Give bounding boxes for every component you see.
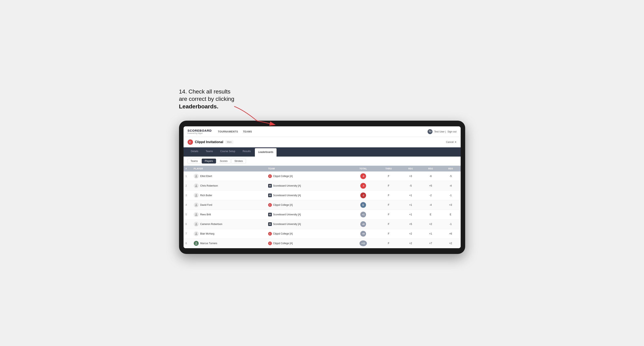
cell-rd3: +2 <box>441 239 461 248</box>
cell-thru: F <box>376 239 400 248</box>
cell-team: Scoreboard University [A] <box>266 210 350 219</box>
svg-point-6 <box>196 223 197 224</box>
cell-rank: 3 <box>184 191 192 200</box>
cell-rd1: +1 <box>400 210 420 219</box>
cell-thru: F <box>376 210 400 219</box>
nav-links: TOURNAMENTS TEAMS <box>218 129 428 134</box>
player-name: Rees Britt <box>200 213 211 216</box>
instruction-line1: 14. Check all results <box>179 88 230 95</box>
col-thru: THRU <box>376 166 400 172</box>
cell-rd2: -4 <box>420 200 441 210</box>
cell-rd3: -4 <box>441 181 461 191</box>
player-name: Marcus Turners <box>200 242 217 245</box>
player-name: Blair McHarg <box>200 232 214 235</box>
cell-team: CClippd College [A] <box>266 172 350 181</box>
cell-team: CClippd College [A] <box>266 200 350 210</box>
player-name: David Ford <box>200 203 212 206</box>
cell-rd3: -1 <box>441 219 461 229</box>
filter-scores[interactable]: Scores <box>217 159 230 164</box>
svg-point-1 <box>196 175 197 176</box>
team-name: Scoreboard University [A] <box>273 213 301 216</box>
cell-rank: 6 <box>184 219 192 229</box>
cell-player: Marcus Turners <box>192 239 266 248</box>
cell-team: CClippd College [A] <box>266 229 350 239</box>
table-row: 8Marcus TurnersCClippd College [A]+11F+2… <box>184 239 461 248</box>
cell-rd2: +5 <box>420 181 441 191</box>
cell-thru: F <box>376 229 400 239</box>
tournament-title-area: C Clippd Invitational Men <box>188 139 234 145</box>
cell-rd2: +1 <box>420 229 441 239</box>
cell-rd3: +3 <box>441 200 461 210</box>
cell-player: David Ford <box>192 200 266 210</box>
table-row: 3Rich ButlerScoreboard University [A]-2F… <box>184 191 461 200</box>
player-name: Chris Robertson <box>200 184 218 187</box>
team-name: Clippd College [A] <box>273 203 293 206</box>
sign-out-link[interactable]: Sign out <box>448 130 456 133</box>
tournament-name: Clippd Invitational <box>195 140 224 144</box>
table-row: 1Elliot EbertCClippd College [A]-8F+3-6-… <box>184 172 461 181</box>
cell-rd2: -6 <box>420 172 441 181</box>
cell-rd1: -5 <box>400 181 420 191</box>
cell-rd1: +1 <box>400 200 420 210</box>
top-nav: SCOREBOARD Powered by clippd TOURNAMENTS… <box>184 126 461 137</box>
team-name: Scoreboard University [A] <box>273 223 301 226</box>
cell-rd2: +7 <box>420 239 441 248</box>
nav-tournaments[interactable]: TOURNAMENTS <box>218 129 238 134</box>
col-rd2: RD2 <box>420 166 441 172</box>
cell-player: Elliot Ebert <box>192 172 266 181</box>
cell-thru: F <box>376 191 400 200</box>
filter-teams[interactable]: Teams <box>188 159 201 164</box>
team-name: Clippd College [A] <box>273 242 293 245</box>
cell-rank: 4 <box>184 200 192 210</box>
logo-area: SCOREBOARD Powered by clippd <box>188 129 212 134</box>
cell-thru: F <box>376 172 400 181</box>
col-total: TOTAL <box>350 166 376 172</box>
tab-teams[interactable]: Teams <box>202 147 216 157</box>
team-name: Scoreboard University [A] <box>273 184 301 187</box>
logo-sub: Powered by clippd <box>188 132 212 134</box>
cell-player: Chris Robertson <box>192 181 266 191</box>
tab-details[interactable]: Details <box>188 147 202 157</box>
cell-total: +1 <box>350 210 376 219</box>
cell-rd2: +2 <box>420 219 441 229</box>
player-avatar <box>194 193 199 198</box>
svg-point-3 <box>196 194 197 195</box>
cell-thru: F <box>376 181 400 191</box>
nav-teams[interactable]: TEAMS <box>243 129 252 134</box>
col-rd3: RD3 <box>441 166 461 172</box>
cell-rd1: +1 <box>400 191 420 200</box>
table-row: 4David FordCClippd College [A]EF+1-4+3 <box>184 200 461 210</box>
leaderboard-body: 1Elliot EbertCClippd College [A]-8F+3-6-… <box>184 172 461 248</box>
col-player: PLAYER <box>192 166 266 172</box>
cell-rank: 7 <box>184 229 192 239</box>
tab-leaderboards[interactable]: Leaderboards <box>255 148 276 157</box>
tab-results[interactable]: Results <box>239 147 254 157</box>
player-avatar <box>194 202 199 207</box>
instruction-bold: Leaderboards. <box>179 103 218 110</box>
cell-rd2: E <box>420 210 441 219</box>
cell-rd1: +3 <box>400 172 420 181</box>
filter-strokes[interactable]: Strokes <box>231 159 246 164</box>
cell-player: Cameron Robertson <box>192 219 266 229</box>
team-name: Scoreboard University [A] <box>273 194 301 197</box>
cell-rd1: +2 <box>400 239 420 248</box>
cell-thru: F <box>376 200 400 210</box>
filter-players[interactable]: Players <box>202 159 216 164</box>
col-team: TEAM <box>266 166 350 172</box>
player-name: Cameron Robertson <box>200 223 222 226</box>
instruction-line2: are correct by clicking <box>179 96 234 102</box>
cell-player: Blair McHarg <box>192 229 266 239</box>
cell-rank: 8 <box>184 239 192 248</box>
svg-point-4 <box>196 204 197 205</box>
cell-player: Rich Butler <box>192 191 266 200</box>
cell-total: +6 <box>350 219 376 229</box>
cell-team: Scoreboard University [A] <box>266 219 350 229</box>
user-avatar: TU <box>428 129 432 134</box>
cell-rd1: +2 <box>400 229 420 239</box>
player-avatar <box>194 212 199 217</box>
cell-total: E <box>350 200 376 210</box>
tab-course-setup[interactable]: Course Setup <box>217 147 238 157</box>
player-avatar <box>194 222 199 227</box>
tablet-frame: SCOREBOARD Powered by clippd TOURNAMENTS… <box>179 121 465 254</box>
cancel-button[interactable]: Cancel ✕ <box>446 141 456 144</box>
